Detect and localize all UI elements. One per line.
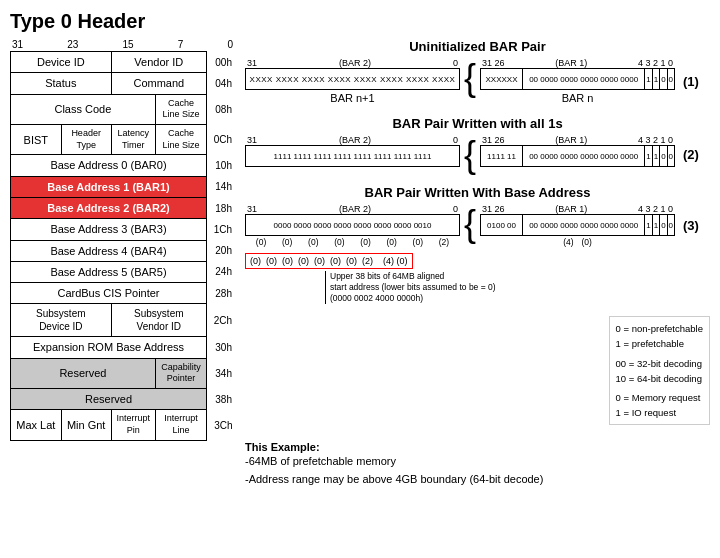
written1s-bar2-cells: 1111 1111 1111 1111 1111 1111 1111 1111 <box>245 145 460 167</box>
addr-00h: 00h <box>207 52 235 73</box>
table-row: Base Address 5 (BAR5) 24h <box>11 261 235 282</box>
table-row: Expansion ROM Base Address 30h <box>11 337 235 358</box>
diagram-num-2: (2) <box>683 147 699 162</box>
command-cell: Command <box>111 73 206 94</box>
upper-bits-annotation: Upper 38 bits of 64MB alignedstart addre… <box>325 271 496 304</box>
cardbus-cell: CardBus CIS Pointer <box>11 283 207 304</box>
example-line-1: -64MB of prefetchable memory <box>245 453 710 471</box>
table-row: CardBus CIS Pointer 28h <box>11 283 235 304</box>
example-line-2: -Address range may be above 4GB boundary… <box>245 471 710 489</box>
legend-block: 0 = non-prefetchable 1 = prefetchable 00… <box>245 316 710 425</box>
addr-28h: 28h <box>207 283 235 304</box>
curly-brace-2: { <box>464 137 476 173</box>
bar4-cell: Base Address 4 (BAR4) <box>11 240 207 261</box>
example-lines: -64MB of prefetchable memory -Address ra… <box>245 453 710 488</box>
bar0-cell: Base Address 0 (BAR0) <box>11 155 207 176</box>
subsys-dev-cell: SubsystemDevice ID <box>11 304 112 337</box>
vendor-id-cell: Vendor ID <box>111 52 206 73</box>
uninit-bar1-zeros: 00 0000 0000 0000 0000 0000 <box>523 69 645 89</box>
addr-2ch: 2Ch <box>207 304 235 337</box>
table-row: Reserved CapabilityPointer 34h <box>11 358 235 388</box>
header-table: Device ID Vendor ID 00h Status Command 0… <box>10 51 235 441</box>
base-title: BAR Pair Written With Base Address <box>245 185 710 200</box>
page-title: Type 0 Header <box>10 10 710 33</box>
addr-34h: 34h <box>207 358 235 388</box>
cache-line2-cell: CacheLine Size <box>155 124 206 154</box>
uninit-bar1-end2: 1 <box>653 69 660 89</box>
legend-item-3: 00 = 32-bit decoding <box>616 356 703 371</box>
curly-brace-3: { <box>464 206 476 242</box>
bit-header: 31 23 15 7 0 <box>10 39 235 50</box>
max-lat-cell: Max Lat <box>11 410 62 440</box>
uninit-bar1-bits: 31 26 (BAR 1) 4 3 2 1 0 <box>480 58 675 68</box>
table-row: Base Address 2 (BAR2) 18h <box>11 197 235 218</box>
addr-30h: 30h <box>207 337 235 358</box>
uninit-bar1-end: 1 <box>645 69 652 89</box>
legend-item-4: 10 = 64-bit decoding <box>616 371 703 386</box>
addr-0ch: 0Ch <box>207 124 235 154</box>
table-row: Base Address 4 (BAR4) 20h <box>11 240 235 261</box>
written1s-bar2: 31 (BAR 2) 0 1111 1111 1111 1111 1111 11… <box>245 135 460 167</box>
legend-item-1: 0 = non-prefetchable <box>616 321 703 336</box>
uninit-barn1-label: BAR n+1 <box>330 92 374 104</box>
main-layout: 31 23 15 7 0 Device ID Vendor ID 00h Sta… <box>10 39 710 488</box>
uninit-bar2: 31 (BAR 2) 0 XXXX XXXX XXXX XXXX XXXX XX… <box>245 58 460 104</box>
uninit-barn-label: BAR n <box>562 92 594 104</box>
base-bar2: 31 (BAR 2) 0 0000 0000 0000 0000 0000 00… <box>245 204 460 247</box>
uninit-bar2-content: XXXX XXXX XXXX XXXX XXXX XXXX XXXX XXXX <box>246 69 459 89</box>
bar3-cell: Base Address 3 (BAR3) <box>11 219 207 240</box>
bar1-cell: Base Address 1 (BAR1) <box>11 176 207 197</box>
base-section: BAR Pair Written With Base Address 31 (B… <box>245 185 710 304</box>
curly-brace-1: { <box>464 60 476 96</box>
bar1-label-1: (BAR 1) <box>555 58 587 68</box>
addr-38h: 38h <box>207 389 235 410</box>
base-bar1-labels: (4) (0) <box>561 237 594 247</box>
upper-annotation: (0) (0) (0) (0) (0) (0) (0) (2) (4) (0) <box>245 251 470 269</box>
base-bar2-cells: 0000 0000 0000 0000 0000 0000 0000 0010 <box>245 214 460 236</box>
uninit-title: Uninitialized BAR Pair <box>245 39 710 54</box>
device-id-cell: Device ID <box>11 52 112 73</box>
uninit-bar1-cells: XXXXXX 00 0000 0000 0000 0000 0000 1 1 0… <box>480 68 675 90</box>
addr-18h: 18h <box>207 197 235 218</box>
reserved-cell1: Reserved <box>11 358 156 388</box>
table-row: Device ID Vendor ID 00h <box>11 52 235 73</box>
uninit-section: Uninitialized BAR Pair 31 (BAR 2) 0 XXXX… <box>245 39 710 104</box>
table-row: Class Code CacheLine Size 08h <box>11 94 235 124</box>
interrupt-line-cell: InterruptLine <box>155 410 206 440</box>
uninit-bar2-cells: XXXX XXXX XXXX XXXX XXXX XXXX XXXX XXXX <box>245 68 460 90</box>
min-gnt-cell: Min Gnt <box>61 410 111 440</box>
written1s-section: BAR Pair Written with all 1s 31 (BAR 2) … <box>245 116 710 173</box>
class-code-cell: Class Code <box>11 94 156 124</box>
addr-1ch: 1Ch <box>207 219 235 240</box>
red-box-annotation: (0) (0) (0) (0) (0) (0) (0) (2) (4) (0) <box>245 253 413 269</box>
cache-line-cell: CacheLine Size <box>155 94 206 124</box>
base-bar1-zeros: 00 0000 0000 0000 0000 0000 <box>523 215 645 235</box>
legend-item-6: 1 = IO request <box>616 405 703 420</box>
uninit-bar1-end3: 0 <box>660 69 667 89</box>
written1s-bar1: 31 26 (BAR 1) 4 3 2 1 0 1111 11 00 0000 … <box>480 135 675 167</box>
base-bar1-cells: 0100 00 00 0000 0000 0000 0000 0000 1 1 … <box>480 214 675 236</box>
expansion-rom-cell: Expansion ROM Base Address <box>11 337 207 358</box>
legend-item-2: 1 = prefetchable <box>616 336 703 351</box>
bar2-label-1: (BAR 2) <box>339 58 371 68</box>
addr-10h: 10h <box>207 155 235 176</box>
base-bar1: 31 26 (BAR 1) 4 3 2 1 0 0100 00 00 0000 … <box>480 204 675 247</box>
addr-04h: 04h <box>207 73 235 94</box>
addr-08h: 08h <box>207 94 235 124</box>
uninit-bar1-prefix: XXXXXX <box>481 69 523 89</box>
reserved-cell2: Reserved <box>11 389 207 410</box>
legend-item-5: 0 = Memory request <box>616 390 703 405</box>
upper-bits-text: Upper 38 bits of 64MB alignedstart addre… <box>330 271 496 303</box>
table-row: Status Command 04h <box>11 73 235 94</box>
table-row: Base Address 0 (BAR0) 10h <box>11 155 235 176</box>
written1s-title: BAR Pair Written with all 1s <box>245 116 710 131</box>
latency-timer-cell: LatencyTimer <box>111 124 155 154</box>
pci-header-table: 31 23 15 7 0 Device ID Vendor ID 00h Sta… <box>10 39 235 441</box>
addr-3ch: 3Ch <box>207 410 235 440</box>
bar2-cell: Base Address 2 (BAR2) <box>11 197 207 218</box>
diagram-num-1: (1) <box>683 74 699 89</box>
bar-diagrams: Uninitialized BAR Pair 31 (BAR 2) 0 XXXX… <box>245 39 710 488</box>
capability-pointer-cell: CapabilityPointer <box>155 358 206 388</box>
legend-box: 0 = non-prefetchable 1 = prefetchable 00… <box>609 316 710 425</box>
example-section: This Example: -64MB of prefetchable memo… <box>245 441 710 488</box>
